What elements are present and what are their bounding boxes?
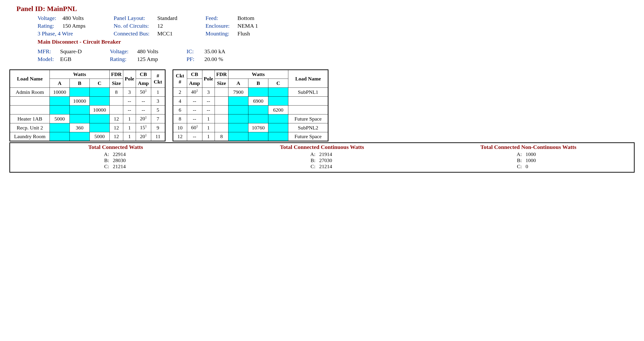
totals-continuous-C-label: C:	[308, 163, 316, 170]
cell-watts-A	[50, 97, 70, 105]
cell-watts-A	[228, 97, 248, 105]
cell-watts-B	[248, 88, 268, 97]
cell-watts-A	[50, 123, 70, 132]
th-fdr: FDR	[110, 70, 123, 79]
panel-title: Panel ID: MainPNL	[16, 5, 634, 13]
cell-watts-B: 6900	[248, 97, 268, 105]
cell-fdr: 8	[110, 88, 123, 97]
d-voltage-label: Voltage:	[110, 48, 133, 55]
totals-continuous-A-label: A:	[308, 151, 316, 157]
cell-ckt: 3	[151, 97, 165, 105]
cell-watts-A	[228, 105, 248, 114]
cell-load	[10, 97, 50, 105]
phase-wire: 3 Phase, 4 Wire	[38, 30, 73, 37]
cell-watts-C	[90, 123, 110, 132]
th-C: C	[90, 79, 110, 88]
cell-pole: 1	[202, 123, 214, 132]
table-row: 10601110760SubPNL2	[173, 123, 328, 132]
cell-cb: --	[187, 105, 202, 114]
cell-pole: --	[202, 105, 214, 114]
table-row: 4----6900	[173, 97, 328, 105]
enclosure-label: Enclosure:	[206, 23, 234, 29]
th-load-name-r: Load Name	[288, 70, 328, 88]
cell-watts-C	[268, 132, 288, 141]
cell-load: Future Space	[288, 132, 328, 141]
cell-cb: 401	[187, 88, 202, 97]
header-info: Voltage:480 Volts Rating:150 Amps 3 Phas…	[38, 15, 634, 37]
th-pole-r: Pole	[202, 70, 214, 88]
th-ckt-hash: # Ckt	[151, 70, 165, 88]
cell-ckt: 10	[173, 123, 187, 132]
cell-fdr	[214, 88, 228, 97]
cell-watts-A	[228, 123, 248, 132]
cell-cb: 501	[136, 88, 151, 97]
cell-watts-C: 10000	[90, 105, 110, 114]
table-row: 10000----5	[10, 105, 165, 114]
left-circuit-table: Load Name Watts FDR Pole CB # Ckt A B C …	[10, 69, 166, 141]
rating-label: Rating:	[38, 23, 59, 29]
th-amp: Amp	[136, 79, 151, 88]
cell-watts-A	[228, 114, 248, 123]
cell-watts-B	[248, 105, 268, 114]
cell-ckt: 8	[173, 114, 187, 123]
table-row: 240137900SubPNL1	[173, 88, 328, 97]
cell-load: Laundry Room	[10, 132, 50, 141]
circuits-value: 12	[157, 23, 163, 29]
cell-cb: 201	[136, 114, 151, 123]
cell-watts-C	[90, 97, 110, 105]
th-fdr-r: FDR	[214, 70, 228, 79]
th-C-r: C	[268, 79, 288, 88]
totals-continuous-B: 27030	[319, 157, 336, 163]
cell-watts-A	[228, 132, 248, 141]
totals-noncontinuous-title: Total Connected Non-Continuous Watts	[425, 144, 632, 150]
ic-value: 35.00 kA	[204, 48, 225, 55]
totals-noncont-C-label: C:	[515, 163, 522, 170]
cell-watts-C: 5000	[90, 132, 110, 141]
cell-fdr	[110, 97, 123, 105]
cell-cb: --	[187, 97, 202, 105]
pf-label: PF:	[186, 56, 200, 62]
layout-label: Panel Layout:	[114, 15, 154, 21]
table-row: 12--18Future Space	[173, 132, 328, 141]
th-A-r: A	[228, 79, 248, 88]
cell-cb: 601	[187, 123, 202, 132]
d-rating-value: 125 Amp	[137, 56, 158, 62]
totals-noncont-A: 1000	[526, 151, 542, 157]
cell-pole: 3	[202, 88, 214, 97]
cell-cb: --	[136, 105, 151, 114]
cell-pole: --	[123, 97, 136, 105]
cell-watts-B: 360	[70, 123, 90, 132]
feed-value: Bottom	[237, 15, 254, 21]
d-voltage-value: 480 Volts	[137, 48, 158, 55]
cell-pole: 1	[123, 123, 136, 132]
circuits-label: No. of Circuits:	[114, 23, 154, 29]
mounting-value: Flush	[237, 30, 250, 37]
th-ckt-num: Ckt #	[173, 70, 187, 88]
voltage-value: 480 Volts	[62, 15, 84, 21]
cell-load: Recp. Unit 2	[10, 123, 50, 132]
cell-watts-B	[248, 114, 268, 123]
cell-cb: 151	[136, 123, 151, 132]
cell-watts-B: 10000	[70, 97, 90, 105]
cell-pole: 1	[123, 114, 136, 123]
th-A: A	[50, 79, 70, 88]
bus-label: Connected Bus:	[114, 30, 154, 37]
table-row: Laundry Room500012120111	[10, 132, 165, 141]
model-label: Model:	[38, 56, 56, 62]
table-row: 8--1Future Space	[173, 114, 328, 123]
d-rating-label: Rating:	[110, 56, 133, 62]
cell-fdr: 8	[214, 132, 228, 141]
pf-value: 20.00 %	[204, 56, 223, 62]
totals-connected-title: Total Connected Watts	[12, 144, 219, 150]
cell-load: SubPNL2	[288, 123, 328, 132]
totals-continuous-C: 21214	[319, 163, 336, 170]
voltage-label: Voltage:	[38, 15, 59, 21]
cell-ckt: 2	[173, 88, 187, 97]
cell-watts-C	[90, 114, 110, 123]
cell-ckt: 12	[173, 132, 187, 141]
th-size: Size	[110, 79, 123, 88]
cell-fdr: 12	[110, 132, 123, 141]
enclosure-value: NEMA 1	[237, 23, 258, 29]
cell-watts-B	[70, 114, 90, 123]
table-row: Admin Room10000835011	[10, 88, 165, 97]
